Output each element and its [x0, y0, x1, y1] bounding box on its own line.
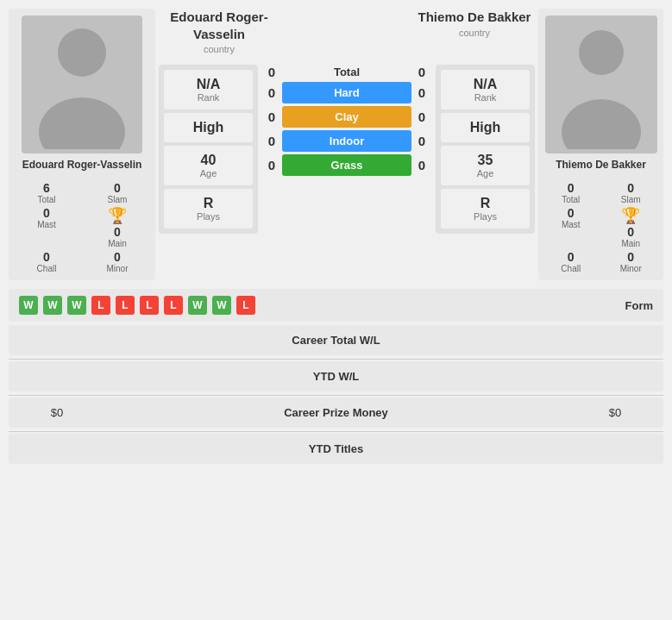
left-slam-value: 0: [114, 181, 121, 195]
bottom-stat-row: Career Total W/L: [9, 325, 663, 355]
form-badge-l: L: [91, 296, 110, 315]
right-chall-label: Chall: [561, 264, 581, 273]
left-minor-label: Minor: [106, 264, 128, 273]
indoor-row: 0 Indoor 0: [261, 130, 432, 152]
right-rank-section: N/A Rank: [441, 70, 530, 110]
right-plays-section: R Plays: [441, 189, 530, 229]
right-age-section: 35 Age: [441, 146, 530, 185]
left-total-label: Total: [37, 195, 55, 204]
right-rank-value: N/A: [448, 77, 523, 92]
right-total-cell: 0 Total: [545, 181, 597, 204]
right-minor-label: Minor: [620, 264, 642, 273]
left-rank-label: Rank: [171, 92, 246, 103]
form-badge-w: W: [43, 296, 62, 315]
names-row: Edouard Roger-Vasselin country Thiemo De…: [159, 9, 535, 59]
clay-btn: Clay: [282, 106, 411, 128]
right-middle-stats: N/A Rank High 35 Age R Plays: [436, 65, 535, 234]
left-middle-stats: N/A Rank High 40 Age R Plays: [159, 65, 258, 234]
right-country: country: [414, 28, 535, 38]
bottom-stat-label: Career Total W/L: [22, 334, 650, 347]
right-minor-cell: 0 Minor: [606, 250, 657, 273]
left-perf-section: High: [164, 113, 253, 142]
indoor-btn: Indoor: [282, 130, 411, 152]
grass-right-score: 0: [411, 158, 432, 172]
bottom-stat-row: YTD W/L: [9, 361, 663, 391]
form-section: WWWLLLLWWLForm: [9, 289, 663, 322]
left-plays-section: R Plays: [164, 189, 253, 229]
bottom-stat-row: YTD Titles: [9, 434, 663, 464]
right-player-name: Thiemo De Bakker: [556, 159, 646, 171]
total-row: 0 Total 0: [261, 65, 432, 79]
svg-point-1: [39, 97, 125, 149]
bottom-stat-row: $0Career Prize Money$0: [9, 398, 663, 428]
form-badge-w: W: [19, 296, 38, 315]
right-age-value: 35: [448, 153, 523, 168]
left-chall-value: 0: [43, 250, 50, 264]
right-slam-label: Slam: [621, 195, 641, 204]
form-badge-l: L: [140, 296, 159, 315]
left-total-cell: 6 Total: [16, 181, 78, 204]
clay-row: 0 Clay 0: [261, 106, 432, 128]
left-main-label: Main: [108, 239, 127, 248]
scores-center: 0 Total 0 0 Hard 0 0 Clay 0: [261, 65, 432, 234]
bottom-stat-left-value: $0: [22, 406, 91, 419]
total-left-score: 0: [261, 65, 282, 79]
left-player-name: Edouard Roger-Vasselin: [22, 159, 142, 171]
form-badge-w: W: [212, 296, 231, 315]
left-main-cell: 🏆 0 Main: [86, 206, 148, 248]
left-player-title: Edouard Roger-Vasselin: [159, 9, 279, 42]
left-slam-cell: 0 Slam: [86, 181, 148, 204]
right-player-card: Thiemo De Bakker 0 Total 0 Slam 0 Mast: [538, 9, 663, 280]
bottom-stat-label: YTD W/L: [22, 370, 650, 383]
right-mast-value: 0: [568, 206, 575, 220]
left-minor-value: 0: [114, 250, 121, 264]
divider: [9, 359, 663, 360]
hard-left-score: 0: [261, 85, 282, 100]
left-name-header: Edouard Roger-Vasselin country: [159, 9, 279, 54]
grass-row: 0 Grass 0: [261, 154, 432, 176]
left-age-value: 40: [171, 153, 246, 168]
left-player-card: Edouard Roger-Vasselin 6 Total 0 Slam 0 …: [9, 9, 155, 280]
clay-left-score: 0: [261, 110, 282, 124]
form-badge-l: L: [116, 296, 135, 315]
left-age-label: Age: [171, 168, 246, 178]
left-minor-cell: 0 Minor: [86, 250, 148, 273]
left-mast-cell: 0 Mast: [16, 206, 78, 248]
left-total-value: 6: [43, 181, 50, 195]
right-rank-label: Rank: [448, 92, 523, 103]
form-badge-w: W: [67, 296, 86, 315]
right-name-header: Thiemo De Bakker country: [414, 9, 535, 38]
left-player-block: Edouard Roger-Vasselin 6 Total 0 Slam 0 …: [9, 9, 155, 280]
comparison-section: Edouard Roger-Vasselin 6 Total 0 Slam 0 …: [0, 0, 672, 289]
hard-right-score: 0: [411, 85, 432, 100]
left-stats-grid: 6 Total 0 Slam 0 Mast 🏆 0 Main: [16, 181, 148, 273]
main-container: Edouard Roger-Vasselin 6 Total 0 Slam 0 …: [0, 0, 672, 464]
left-perf-value: High: [171, 120, 246, 135]
left-rank-value: N/A: [171, 77, 246, 92]
trophy-icon: 🏆: [108, 206, 127, 225]
divider: [9, 395, 663, 396]
right-mast-cell: 0 Mast: [545, 206, 597, 248]
indoor-left-score: 0: [261, 134, 282, 148]
left-mast-value: 0: [43, 206, 50, 220]
left-age-section: 40 Age: [164, 146, 253, 185]
bottom-stats-container: Career Total W/LYTD W/L$0Career Prize Mo…: [0, 325, 672, 464]
right-trophy-icon: 🏆: [621, 206, 640, 225]
right-player-title: Thiemo De Bakker: [414, 9, 535, 26]
right-chall-cell: 0 Chall: [545, 250, 597, 273]
form-label: Form: [625, 299, 654, 312]
right-player-block: Thiemo De Bakker 0 Total 0 Slam 0 Mast: [538, 9, 663, 280]
svg-point-3: [562, 99, 641, 149]
total-right-score: 0: [411, 65, 432, 79]
left-rank-section: N/A Rank: [164, 70, 253, 110]
left-country: country: [159, 44, 279, 54]
right-minor-value: 0: [627, 250, 634, 264]
left-mast-label: Mast: [37, 220, 56, 229]
bottom-stat-label: YTD Titles: [22, 442, 650, 455]
right-plays-label: Plays: [448, 211, 523, 222]
score-section: N/A Rank High 40 Age R Plays: [159, 65, 535, 234]
right-perf-value: High: [448, 120, 523, 135]
bottom-stat-right-value: $0: [581, 406, 650, 419]
center-block: Edouard Roger-Vasselin country Thiemo De…: [159, 9, 535, 234]
grass-btn: Grass: [282, 154, 411, 176]
